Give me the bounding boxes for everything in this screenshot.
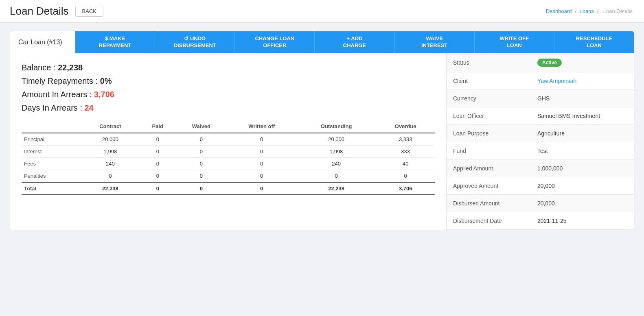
summary-row-interest: Interest1,9980001,998333 <box>22 145 435 157</box>
top-bar: Loan Details BACK Dashboard / Loans / Lo… <box>0 0 644 23</box>
balance-row: Balance : 22,238 <box>22 63 435 72</box>
detail-label-fund: Fund <box>447 142 531 159</box>
add-charge-button[interactable]: + ADDCHARGE <box>315 31 394 53</box>
days-arrears-row: Days In Arrears : 24 <box>22 103 435 113</box>
loan-left-panel: Balance : 22,238 Timely Repayments : 0% … <box>10 53 447 230</box>
col-header-waived: Waived <box>175 120 227 133</box>
loan-right-panel: Status Active Client Yaw Amponsah Curren… <box>447 53 634 230</box>
detail-label-applied: Applied Amount <box>447 159 531 177</box>
days-label: Days In Arrears : <box>22 103 82 112</box>
detail-label-disbursed: Disbursed Amount <box>447 194 531 212</box>
detail-value-currency: GHS <box>531 89 634 107</box>
detail-row-applied: Applied Amount 1,000,000 <box>447 159 634 177</box>
detail-label-disbursement-date: Disbursement Date <box>447 212 531 229</box>
breadcrumb-loans[interactable]: Loans <box>579 8 594 14</box>
summary-row-total: Total22,23800022,2383,706 <box>22 182 435 195</box>
balance-label: Balance : <box>22 63 55 72</box>
detail-row-officer: Loan Officer Samuel BMS Investment <box>447 107 634 124</box>
detail-label-purpose: Loan Purpose <box>447 124 531 142</box>
col-header-contract: Contract <box>81 120 140 133</box>
status-badge: Active <box>537 59 562 67</box>
detail-row-approved: Approved Amount 20,000 <box>447 177 634 194</box>
detail-value-officer: Samuel BMS Investment <box>531 107 634 124</box>
detail-label-client: Client <box>447 72 531 89</box>
detail-row-disbursement-date: Disbursement Date 2021-11-25 <box>447 212 634 229</box>
breadcrumb: Dashboard / Loans / Loan Details <box>546 8 634 14</box>
back-button[interactable]: BACK <box>75 6 103 17</box>
summary-row-principal: Principal20,00000020,0003,333 <box>22 133 435 146</box>
detail-value-disbursement-date: 2021-11-25 <box>531 212 634 229</box>
reschedule-loan-button[interactable]: RESCHEDULELOAN <box>554 31 634 53</box>
client-link[interactable]: Yaw Amponsah <box>537 78 576 84</box>
loan-header: Car Loan (#13) $ MAKEREPAYMENT ↺ UNDODIS… <box>10 31 634 53</box>
main-content: Car Loan (#13) $ MAKEREPAYMENT ↺ UNDODIS… <box>0 23 644 238</box>
loan-card: Car Loan (#13) $ MAKEREPAYMENT ↺ UNDODIS… <box>10 31 634 230</box>
detail-row-fund: Fund Test <box>447 142 634 159</box>
summary-row-fees: Fees24000024040 <box>22 157 435 170</box>
detail-row-disbursed: Disbursed Amount 20,000 <box>447 194 634 212</box>
undo-disbursement-button[interactable]: ↺ UNDODISBURSEMENT <box>155 31 235 53</box>
col-header-outstanding: Outstanding <box>296 120 376 133</box>
col-header-writtenoff: Written off <box>227 120 296 133</box>
summary-table: Contract Paid Waived Written off Outstan… <box>22 120 435 195</box>
detail-row-client: Client Yaw Amponsah <box>447 72 634 89</box>
loan-card-title: Car Loan (#13) <box>10 31 75 53</box>
breadcrumb-dashboard[interactable]: Dashboard <box>546 8 572 14</box>
detail-label-currency: Currency <box>447 89 531 107</box>
detail-row-status: Status Active <box>447 53 634 72</box>
arrears-row: Amount In Arrears : 3,706 <box>22 90 435 99</box>
top-bar-left: Loan Details BACK <box>10 5 103 17</box>
detail-label-status: Status <box>447 53 531 72</box>
detail-value-applied: 1,000,000 <box>531 159 634 177</box>
detail-value-disbursed: 20,000 <box>531 194 634 212</box>
detail-row-currency: Currency GHS <box>447 89 634 107</box>
days-value: 24 <box>85 103 94 112</box>
balance-value: 22,238 <box>58 63 83 72</box>
arrears-label: Amount In Arrears : <box>22 90 92 99</box>
detail-label-approved: Approved Amount <box>447 177 531 194</box>
detail-label-officer: Loan Officer <box>447 107 531 124</box>
detail-value-fund: Test <box>531 142 634 159</box>
waive-interest-button[interactable]: WAIVEINTEREST <box>395 31 475 53</box>
detail-table: Status Active Client Yaw Amponsah Curren… <box>447 53 634 230</box>
repayments-value: 0% <box>100 76 112 85</box>
make-repayment-button[interactable]: $ MAKEREPAYMENT <box>75 31 155 53</box>
repayments-label: Timely Repayments : <box>22 76 98 85</box>
write-off-loan-button[interactable]: WRITE OFFLOAN <box>475 31 554 53</box>
summary-row-penalties: Penalties000000 <box>22 170 435 182</box>
action-buttons: $ MAKEREPAYMENT ↺ UNDODISBURSEMENT CHANG… <box>75 31 634 53</box>
loan-body: Balance : 22,238 Timely Repayments : 0% … <box>10 53 634 230</box>
detail-value-purpose: Agriculture <box>531 124 634 142</box>
detail-row-purpose: Loan Purpose Agriculture <box>447 124 634 142</box>
detail-value-approved: 20,000 <box>531 177 634 194</box>
breadcrumb-current: Loan Details <box>603 8 633 14</box>
col-header-paid: Paid <box>140 120 175 133</box>
col-header-name <box>22 120 81 133</box>
arrears-value: 3,706 <box>94 90 114 99</box>
repayments-row: Timely Repayments : 0% <box>22 76 435 86</box>
change-loan-officer-button[interactable]: CHANGE LOANOFFICER <box>235 31 315 53</box>
col-header-overdue: Overdue <box>376 120 435 133</box>
page-title: Loan Details <box>10 5 69 17</box>
